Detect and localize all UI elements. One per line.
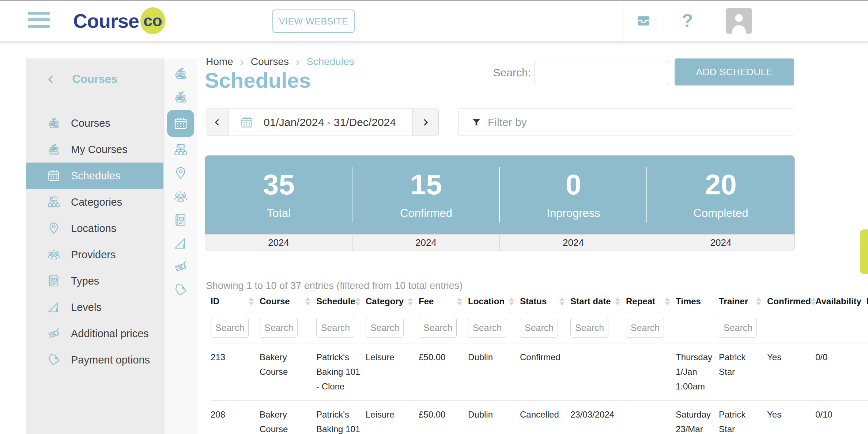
next-period-button[interactable] [412,108,439,136]
column-header-1[interactable]: Course [260,296,316,307]
column-header-9[interactable]: Times [676,296,719,307]
sidebar-back-icon[interactable] [45,74,56,85]
filter-by-input[interactable] [487,116,794,129]
logo-text: Course [73,9,139,32]
column-header-6[interactable]: Status [520,296,570,307]
calendar-icon [239,115,254,130]
rail-item-3[interactable] [173,138,188,161]
add-schedule-button[interactable]: ADD SCHEDULE [675,58,794,85]
stat-year: 2024 [205,235,352,251]
rail-item-9[interactable] [173,278,188,302]
rail-item-1[interactable] [173,85,188,109]
breadcrumb-home[interactable]: Home [206,56,233,68]
app-header: Course co VIEW WEBSITE ? [0,1,868,41]
sidebar-nav: Courses My Courses Schedules Categories [26,100,163,373]
rail-item-8[interactable] [173,255,188,278]
rail-item-7[interactable] [173,232,188,255]
sidebar-section-header[interactable]: Courses [26,58,163,100]
column-header-11[interactable]: Confirmed [767,296,815,307]
sidebar-item-2[interactable]: Schedules [26,163,163,189]
sidebar-item-label: Additional prices [71,328,149,340]
sidebar-item-4[interactable]: Locations [26,215,163,241]
sidebar-section-title: Courses [72,73,117,86]
column-search-input-2[interactable] [316,318,354,338]
stats-year-row: 2024 2024 2024 2024 [205,234,795,251]
entries-summary: Showing 1 to 10 of 37 entries (filtered … [206,280,463,292]
sidebar-item-6[interactable]: Types [26,268,163,294]
column-search-input-7[interactable] [570,318,608,338]
cell-category: Leisure [366,407,419,434]
cell-availability: 0/10 [815,407,867,434]
column-header-3[interactable]: Category [366,296,419,307]
rail-item-2[interactable] [167,109,194,138]
sort-icon [408,297,413,305]
column-header-5[interactable]: Location [468,296,520,307]
view-website-button[interactable]: VIEW WEBSITE [272,9,355,33]
column-search-input-6[interactable] [520,318,558,338]
cell-fee: £50.00 [419,350,468,394]
inbox-button[interactable] [623,1,664,41]
column-header-10[interactable]: Trainer [719,296,767,307]
breadcrumb-schedules: Schedules [306,56,354,68]
page-title: Schedules [205,68,311,92]
cell-status: Cancelled [520,407,570,434]
column-search-input-10[interactable] [719,318,757,338]
inbox-icon [635,12,652,29]
stat-card-1: 15 Confirmed [352,156,500,234]
user-menu[interactable] [711,1,868,41]
book-type-icon [173,212,188,228]
book-type-icon [46,274,61,288]
date-range-display[interactable]: 01/Jan/2024 - 31/Dec/2024 [229,108,412,136]
column-filter-8 [626,318,676,338]
column-header-8[interactable]: Repeat [626,296,676,307]
column-header-0[interactable]: ID [211,296,260,307]
column-filter-0 [211,318,260,338]
column-filter-6 [520,318,570,338]
rail-item-0[interactable] [173,62,188,85]
column-label: Confirmed [767,296,811,307]
previous-period-button[interactable] [206,108,229,136]
column-label: Course [260,296,290,307]
stats-panel: 35 Total 15 Confirmed 0 Inprogress 20 Co… [205,155,795,251]
column-search-input-3[interactable] [366,318,404,338]
column-search-input-1[interactable] [260,318,298,338]
sidebar-item-8[interactable]: Additional prices [26,320,163,347]
help-button[interactable]: ? [664,1,711,41]
column-header-2[interactable]: Schedule [316,296,366,307]
breadcrumb-courses[interactable]: Courses [251,56,289,68]
column-search-input-0[interactable] [211,318,249,338]
sidebar-item-9[interactable]: Payment options [26,347,163,373]
sidebar-item-1[interactable]: My Courses [26,136,163,163]
calendar-icon [46,168,61,183]
filter-by-box[interactable] [458,108,794,136]
sidebar-item-7[interactable]: Levels [26,294,163,320]
date-range-picker: 01/Jan/2024 - 31/Dec/2024 [206,108,439,136]
sidebar-item-label: Levels [71,301,102,313]
sidebar-item-5[interactable]: Providers [26,241,163,268]
column-search-input-8[interactable] [626,318,664,338]
filter-icon [471,117,482,128]
stat-label: Confirmed [400,207,452,220]
sidebar-item-0[interactable]: Courses [26,110,163,136]
app-logo[interactable]: Course co [73,1,165,41]
pin-icon [173,165,188,181]
feedback-tab[interactable] [860,229,868,274]
rail-item-4[interactable] [173,161,188,185]
sidebar-item-3[interactable]: Categories [26,189,163,215]
search-input[interactable] [535,61,669,85]
column-header-13[interactable]: P [867,296,868,307]
column-header-4[interactable]: Fee [419,296,468,307]
ticket-icon [46,326,61,341]
column-header-12[interactable]: Availability [815,296,867,307]
column-header-7[interactable]: Start date [570,296,626,307]
rail-item-6[interactable] [173,208,188,232]
stat-card-0: 35 Total [205,156,352,234]
menu-icon[interactable] [28,12,50,28]
rail-item-5[interactable] [173,185,188,208]
expand-row-icon[interactable] [867,350,868,394]
stat-year: 2024 [352,235,500,251]
column-filter-10 [719,318,767,338]
column-search-input-5[interactable] [468,318,506,338]
column-search-input-4[interactable] [419,318,457,338]
expand-row-icon[interactable] [867,407,868,434]
